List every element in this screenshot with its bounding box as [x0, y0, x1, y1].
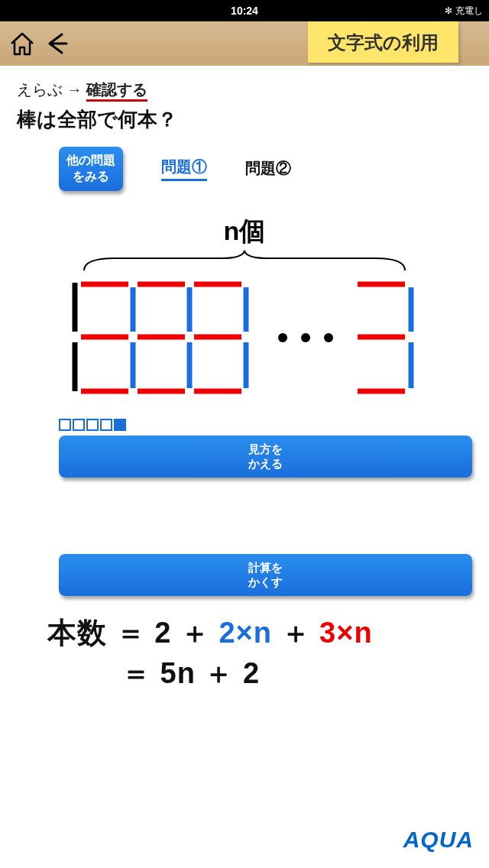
- tab-row: 他の問題 をみる 問題① 問題②: [17, 147, 472, 191]
- blue-term: 2×n: [219, 617, 272, 649]
- breadcrumb-step1: えらぶ: [17, 81, 63, 98]
- const-term: 2: [154, 617, 171, 649]
- status-bar: 10:24 ✻ 充電し: [0, 0, 489, 21]
- equals-sign: ＝: [121, 657, 151, 689]
- indicator-dot: [59, 419, 71, 431]
- n-count-label: n個: [17, 214, 472, 249]
- back-arrow-icon: [44, 30, 71, 57]
- breadcrumb-arrow: →: [67, 81, 83, 98]
- status-time: 10:24: [231, 5, 258, 17]
- simplified-term: 5n ＋ 2: [160, 657, 261, 689]
- brand-logo: AQUA: [403, 827, 474, 853]
- tab-problem-1[interactable]: 問題①: [161, 157, 207, 181]
- formula-line-2: ＝ 5n ＋ 2: [17, 653, 472, 694]
- battery-text: 充電し: [455, 5, 483, 18]
- home-icon: [8, 30, 36, 57]
- btn-label-l1: 他の問題: [66, 154, 115, 167]
- red-term: 3×n: [319, 617, 373, 649]
- tab-problem-2[interactable]: 問題②: [245, 158, 291, 179]
- change-view-button[interactable]: 見方を かえる: [59, 436, 472, 478]
- indicator-dot: [100, 419, 112, 431]
- plus-sign: ＋: [180, 617, 210, 649]
- btn-label-l1: 見方を: [248, 442, 283, 455]
- btn-label-l2: かくす: [248, 575, 283, 588]
- indicator-dot-current: [114, 419, 126, 431]
- bracket-icon: [76, 249, 413, 272]
- breadcrumb-step2: 確認する: [86, 81, 147, 102]
- equals-sign: ＝: [116, 617, 146, 649]
- back-button[interactable]: [40, 26, 75, 61]
- bluetooth-icon: ✻: [445, 5, 452, 16]
- hide-calc-button[interactable]: 計算を かくす: [59, 554, 472, 596]
- svg-point-18: [301, 333, 310, 342]
- svg-point-19: [324, 333, 333, 342]
- indicator-dot: [86, 419, 99, 431]
- page-indicator: [17, 419, 472, 431]
- page-title-tab: 文字式の利用: [308, 21, 458, 63]
- indicator-dot: [73, 419, 85, 431]
- page-content: えらぶ → 確認する 棒は全部で何本？ 他の問題 をみる 問題① 問題② n個: [0, 66, 489, 868]
- btn-label-l2: をみる: [73, 170, 109, 183]
- other-problems-button[interactable]: 他の問題 をみる: [59, 147, 123, 191]
- question-text: 棒は全部で何本？: [17, 106, 472, 133]
- formula-line-1: 本数 ＝ 2 ＋ 2×n ＋ 3×n: [17, 613, 472, 653]
- status-right: ✻ 充電し: [445, 5, 483, 18]
- home-button[interactable]: [5, 26, 40, 61]
- svg-point-17: [278, 333, 287, 342]
- btn-label-l2: かえる: [248, 457, 283, 470]
- btn-label-l1: 計算を: [248, 561, 283, 574]
- plus-sign: ＋: [281, 617, 311, 649]
- breadcrumb: えらぶ → 確認する: [17, 79, 472, 100]
- matchstick-diagram: [61, 278, 428, 400]
- formula-label: 本数: [47, 617, 107, 649]
- toolbar: 文字式の利用: [0, 21, 489, 66]
